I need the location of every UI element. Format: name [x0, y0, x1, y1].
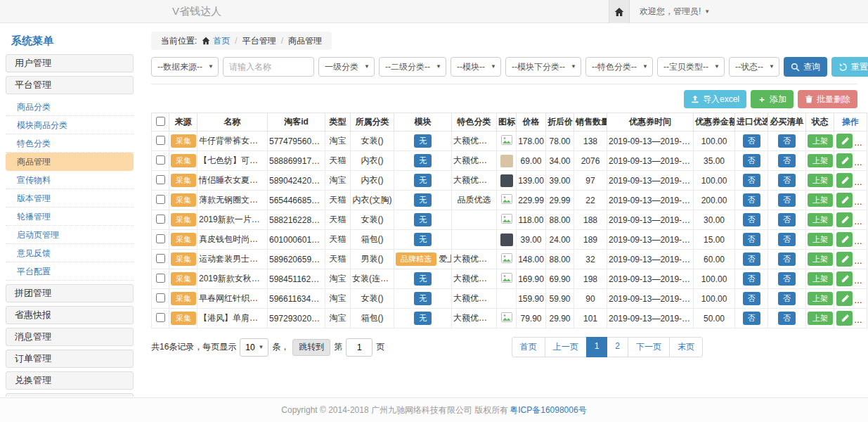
sidebar-subitem[interactable]: 版本管理 [6, 189, 134, 207]
sidebar-group[interactable]: 统计管理 [6, 393, 134, 397]
pager-button[interactable]: 末页 [669, 337, 703, 357]
row-checkbox[interactable] [156, 313, 165, 322]
must-buy-badge[interactable]: 否 [778, 272, 796, 285]
must-buy-badge[interactable]: 否 [778, 134, 796, 147]
pager-button[interactable]: 2 [607, 337, 628, 357]
pager-button[interactable]: 1 [586, 337, 608, 357]
module-badge[interactable]: 无 [414, 292, 432, 305]
filter-select[interactable]: --特色分类-- [585, 57, 653, 77]
module-badge[interactable]: 无 [414, 193, 432, 206]
import-excel-button[interactable]: 导入excel [684, 90, 746, 108]
pager-button[interactable]: 上一页 [545, 337, 587, 357]
edit-button[interactable] [836, 134, 853, 148]
filter-select[interactable]: --模块下分类-- [505, 57, 581, 77]
sidebar-subitem[interactable]: 特色分类 [6, 134, 134, 153]
sidebar-group[interactable]: 平台管理 [6, 76, 134, 94]
edit-button[interactable] [836, 311, 853, 326]
row-checkbox[interactable] [156, 215, 165, 224]
sidebar-subitem[interactable]: 意见反馈 [6, 244, 134, 262]
sidebar-group[interactable]: 消息管理 [6, 328, 134, 346]
pager-button[interactable]: 下一页 [628, 337, 670, 357]
module-badge[interactable]: 无 [414, 233, 432, 245]
edit-button[interactable] [836, 252, 853, 267]
sidebar-subitem[interactable]: 模块商品分类 [6, 116, 134, 134]
status-badge[interactable]: 上架 [808, 213, 833, 226]
status-badge[interactable]: 上架 [808, 134, 833, 147]
home-button[interactable] [609, 0, 630, 23]
edit-button[interactable] [836, 232, 853, 247]
sidebar-subitem[interactable]: 宣传物料 [6, 171, 134, 189]
row-checkbox[interactable] [156, 293, 165, 302]
status-badge[interactable]: 上架 [808, 292, 833, 305]
jump-button[interactable]: 跳转到 [292, 339, 330, 356]
batch-delete-button[interactable]: 批量删除 [798, 90, 857, 108]
jump-page-input[interactable] [346, 338, 373, 357]
filter-select[interactable]: --模块-- [451, 57, 501, 77]
import-choice-badge[interactable]: 否 [743, 272, 760, 285]
sidebar-group[interactable]: 用户管理 [6, 54, 134, 72]
sidebar-subitem[interactable]: 轮播管理 [6, 207, 134, 226]
name-search-input[interactable] [223, 57, 314, 77]
edit-button[interactable] [836, 173, 853, 188]
import-choice-badge[interactable]: 否 [743, 252, 760, 265]
must-buy-badge[interactable]: 否 [778, 233, 796, 245]
module-badge[interactable]: 无 [414, 312, 432, 324]
must-buy-badge[interactable]: 否 [778, 174, 796, 186]
sidebar-subitem[interactable]: 商品分类 [6, 98, 134, 116]
filter-select[interactable]: --数据来源-- [151, 57, 219, 77]
row-checkbox[interactable] [156, 195, 165, 204]
edit-button[interactable] [836, 212, 853, 227]
filter-select[interactable]: --状态-- [729, 57, 779, 77]
select-all-checkbox[interactable] [156, 117, 165, 126]
status-badge[interactable]: 上架 [808, 252, 833, 265]
import-choice-badge[interactable]: 否 [743, 134, 760, 147]
breadcrumb-home-link[interactable]: 首页 [202, 35, 230, 47]
must-buy-badge[interactable]: 否 [778, 154, 796, 167]
status-badge[interactable]: 上架 [808, 174, 833, 186]
sidebar-group[interactable]: 拼团管理 [6, 284, 134, 302]
sidebar-subitem[interactable]: 启动页管理 [6, 226, 134, 244]
icp-link[interactable]: 粤ICP备16098006号 [510, 404, 586, 416]
must-buy-badge[interactable]: 否 [778, 292, 796, 305]
import-choice-badge[interactable]: 否 [743, 154, 760, 167]
module-badge[interactable]: 无 [414, 134, 432, 147]
edit-button[interactable] [836, 193, 853, 207]
import-choice-badge[interactable]: 否 [743, 174, 760, 186]
edit-button[interactable] [836, 153, 853, 168]
query-button[interactable]: 查询 [784, 57, 827, 77]
row-checkbox[interactable] [156, 234, 165, 243]
per-page-select[interactable]: 10 [240, 338, 268, 357]
import-choice-badge[interactable]: 否 [743, 233, 760, 245]
import-choice-badge[interactable]: 否 [743, 292, 760, 305]
add-button[interactable]: ＋ 添加 [751, 90, 793, 108]
sidebar-group[interactable]: 订单管理 [6, 350, 134, 368]
must-buy-badge[interactable]: 否 [778, 193, 796, 206]
row-checkbox[interactable] [156, 155, 165, 165]
status-badge[interactable]: 上架 [808, 154, 833, 167]
module-badge[interactable]: 无 [414, 174, 432, 186]
must-buy-badge[interactable]: 否 [778, 213, 796, 226]
row-checkbox[interactable] [156, 175, 165, 184]
sidebar-group[interactable]: 省惠快报 [6, 306, 134, 324]
import-choice-badge[interactable]: 否 [743, 193, 760, 206]
sidebar-group[interactable]: 兑换管理 [6, 371, 134, 390]
row-checkbox[interactable] [156, 136, 165, 145]
pager-button[interactable]: 首页 [512, 337, 545, 357]
must-buy-badge[interactable]: 否 [778, 312, 796, 324]
filter-select[interactable]: --宝贝类型-- [657, 57, 725, 77]
filter-select[interactable]: 一级分类 [318, 57, 375, 77]
user-menu[interactable]: 欢迎您，管理员! ▼ [640, 6, 710, 18]
module-badge[interactable]: 品牌精选 [396, 252, 436, 265]
status-badge[interactable]: 上架 [808, 312, 833, 324]
import-choice-badge[interactable]: 否 [743, 213, 760, 226]
module-badge[interactable]: 无 [414, 272, 432, 285]
must-buy-badge[interactable]: 否 [778, 252, 796, 265]
edit-button[interactable] [836, 291, 853, 306]
edit-button[interactable] [836, 271, 853, 286]
row-checkbox[interactable] [156, 274, 165, 283]
status-badge[interactable]: 上架 [808, 272, 833, 285]
status-badge[interactable]: 上架 [808, 193, 833, 206]
sidebar-subitem[interactable]: 商品管理 [6, 153, 134, 171]
sidebar-subitem[interactable]: 平台配置 [6, 262, 134, 281]
row-checkbox[interactable] [156, 254, 165, 263]
